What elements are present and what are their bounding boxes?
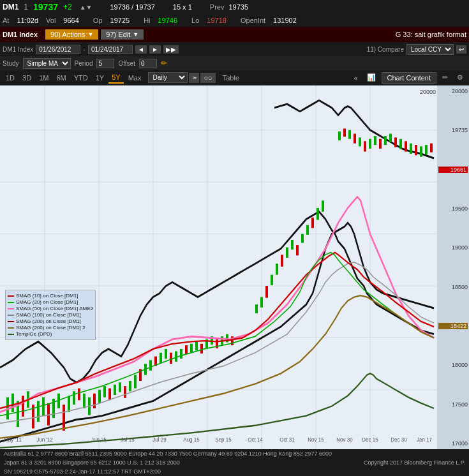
tf-6m[interactable]: 6M — [53, 73, 69, 83]
svg-rect-21 — [42, 398, 45, 416]
chart-top-label: 20000 — [420, 89, 436, 95]
toolbar-right-info: G 33: sait grafik format — [396, 31, 466, 38]
svg-rect-48 — [180, 349, 182, 359]
svg-rect-69 — [306, 225, 309, 235]
svg-rect-45 — [165, 349, 167, 359]
price-label-2500: 19735 — [438, 127, 468, 133]
period-label: Period — [75, 60, 93, 67]
svg-rect-73 — [338, 131, 341, 140]
chart-area: Jun '12 Jun 25 Jul 15 Jul 29 Aug 15 Sep … — [0, 86, 469, 449]
svg-rect-65 — [286, 248, 288, 258]
svg-text:Jun '12: Jun '12 — [36, 436, 53, 443]
svg-rect-33 — [103, 386, 106, 397]
svg-rect-25 — [63, 405, 65, 431]
svg-rect-46 — [170, 353, 172, 364]
svg-text:Jun 25: Jun 25 — [91, 436, 107, 443]
svg-rect-75 — [348, 130, 351, 139]
current-price: 19737 — [33, 2, 58, 12]
ticker-label: DM1 Index — [3, 31, 38, 38]
table-btn[interactable]: Table — [220, 73, 242, 83]
bid-ask: 19736 / 19737 — [110, 3, 154, 11]
svg-rect-79 — [369, 139, 371, 149]
svg-rect-27 — [73, 391, 75, 405]
legend-label: SMAG (50) on Close [DM1] AME2 — [16, 306, 93, 311]
svg-text:Jul 15: Jul 15 — [121, 436, 134, 443]
legend-label: SMAG (20) on Close [DM1] — [16, 299, 78, 305]
chart-content-btn[interactable]: Chart Content — [382, 72, 436, 84]
legend-color-darkred — [8, 321, 14, 322]
bottom-contacts-2: Japan 81 3 3201 8900 Singapore 65 6212 1… — [4, 459, 180, 466]
price-label-1900: 19000 — [438, 244, 468, 251]
nav-left-btn[interactable]: « — [350, 73, 361, 83]
tf-1m[interactable]: 1M — [36, 73, 52, 83]
date-from-input[interactable] — [36, 45, 80, 54]
return-btn[interactable]: ↩ — [456, 45, 466, 54]
period-input[interactable] — [96, 59, 114, 68]
edit-chart-btn[interactable]: ✏ — [439, 72, 451, 83]
legend-item: SMAG (50) on Close [DM1] AME2 — [8, 306, 93, 311]
datebar-row: DM1 Index - ◄ ► ▶▶ 11) Compare Local CCY… — [0, 42, 469, 56]
edit-button[interactable]: 97) Edit ▼ — [101, 29, 144, 40]
svg-text:Aug 15: Aug 15 — [183, 436, 199, 443]
price-header-row2: At 11:02d Vol 9664 Op 19725 Hi 19746 Lo … — [0, 14, 469, 27]
tf-3d[interactable]: 3D — [19, 73, 34, 83]
svg-rect-91 — [430, 144, 433, 152]
svg-rect-76 — [354, 134, 356, 144]
tf-1d[interactable]: 1D — [3, 73, 18, 83]
study-type-select[interactable]: Simple MA — [23, 58, 71, 69]
svg-rect-44 — [160, 353, 162, 363]
svg-text:Dec 30: Dec 30 — [391, 436, 406, 443]
legend-color-brown — [8, 327, 14, 329]
price-indicator: 1 — [24, 3, 28, 11]
svg-rect-71 — [316, 208, 319, 220]
svg-rect-67 — [296, 245, 299, 255]
svg-rect-49 — [185, 345, 188, 354]
chart-type-candle[interactable]: ○○ — [200, 73, 215, 83]
svg-text:May '11: May '11 — [4, 436, 22, 443]
legend-color-pink — [8, 308, 14, 309]
tf-ytd[interactable]: YTD — [71, 73, 91, 83]
svg-rect-17 — [22, 396, 24, 417]
compare-select[interactable]: Local CCY — [406, 44, 454, 55]
svg-rect-77 — [359, 137, 361, 146]
timeframe-row: 1D 3D 1M 6M YTD 1Y 5Y Max Daily Weekly M… — [0, 70, 469, 86]
tf-max[interactable]: Max — [125, 73, 145, 83]
legend-color-gray — [8, 315, 14, 316]
chart-data-btn[interactable]: 📊 — [364, 72, 379, 83]
tf-5y[interactable]: 5Y — [108, 72, 123, 84]
svg-rect-60 — [260, 297, 263, 308]
period-select[interactable]: Daily Weekly Monthly — [148, 72, 188, 83]
legend-item: SMAG (200) on Close [DM1] — [8, 318, 93, 324]
svg-rect-87 — [410, 144, 412, 154]
date-next-btn[interactable]: ► — [149, 45, 161, 54]
svg-rect-66 — [291, 240, 294, 249]
legend-item: SMAG (20) on Close [DM1] — [8, 299, 93, 305]
svg-text:Jan 17: Jan 17 — [417, 436, 432, 443]
price-label-1800: 18000 — [438, 362, 468, 368]
offset-input[interactable] — [139, 59, 157, 68]
study-label: Study — [3, 60, 19, 67]
bottom-bar: Australia 61 2 9777 8600 Brazil 5511 239… — [0, 449, 469, 476]
legend-item: SMAG (10) on Close [DM1] — [8, 293, 93, 299]
chart-type-line[interactable]: ≈ — [189, 73, 199, 83]
svg-rect-35 — [114, 385, 116, 395]
date-expand-btn[interactable]: ▶▶ — [163, 45, 179, 54]
svg-rect-32 — [98, 390, 101, 403]
compare-section: 11) Compare Local CCY ↩ — [367, 44, 466, 55]
study-row: Study Simple MA Period Offset ✏ — [0, 56, 469, 70]
svg-rect-29 — [83, 394, 86, 408]
pencil-icon[interactable]: ✏ — [161, 59, 167, 68]
date-to-input[interactable] — [88, 45, 133, 54]
legend-label: SMAG (200) on Close [DM1] — [16, 318, 81, 324]
tf-1y[interactable]: 1Y — [93, 73, 107, 83]
date-prev-btn[interactable]: ◄ — [135, 45, 147, 54]
svg-text:Sep 15: Sep 15 — [215, 436, 231, 443]
settings-btn[interactable]: ⚙ — [454, 72, 466, 83]
symbol: DM1 — [3, 3, 19, 11]
svg-text:Jul 29: Jul 29 — [153, 436, 166, 443]
svg-rect-37 — [124, 386, 126, 398]
legend-label: SMAG (10) on Close [DM1] — [16, 293, 78, 299]
actions-button[interactable]: 90) Actions ▼ — [45, 29, 98, 40]
prev-section: Prev 19735 — [210, 3, 248, 11]
price-label-1750: 17500 — [438, 401, 468, 408]
